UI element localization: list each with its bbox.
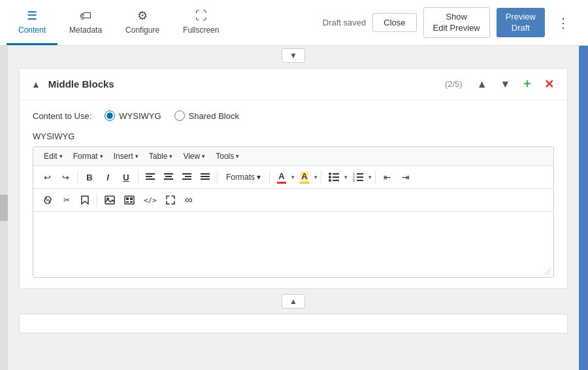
indent-decrease-button[interactable]: ⇤ [379, 169, 396, 186]
separator-4 [269, 171, 270, 184]
collapse-bottom-button[interactable]: ▲ [282, 294, 305, 309]
bookmark-button[interactable] [76, 192, 93, 209]
tools-chevron-icon: ▾ [236, 153, 239, 160]
indent-increase-button[interactable]: ⇥ [397, 169, 414, 186]
menu-format[interactable]: Format ▾ [68, 150, 108, 163]
bold-button[interactable]: B [81, 169, 98, 186]
show-edit-preview-button[interactable]: Show Edit Preview [423, 7, 490, 39]
font-color-letter: A [278, 171, 284, 181]
block-collapse-icon: ▲ [31, 79, 41, 90]
code-button[interactable]: </> [140, 192, 161, 209]
tab-content[interactable]: ☰ Content [7, 0, 57, 45]
wysiwyg-editor: Edit ▾ Format ▾ Insert ▾ Table [33, 146, 554, 278]
edit-chevron-icon: ▾ [59, 153, 63, 160]
font-highlight-button[interactable]: A [296, 169, 313, 186]
block-title: Middle Blocks [48, 78, 440, 90]
block-move-up-button[interactable]: ▲ [473, 77, 491, 92]
numbered-list-button[interactable]: 1.2.3. [349, 169, 367, 186]
sidebar-handle[interactable] [0, 195, 8, 221]
menu-tools[interactable]: Tools ▾ [210, 150, 244, 163]
menu-view-label: View [183, 152, 200, 161]
svg-rect-27 [357, 180, 363, 181]
font-color-indicator [277, 182, 286, 184]
svg-rect-34 [126, 201, 129, 203]
menu-view[interactable]: View ▾ [178, 150, 210, 163]
preview-draft-button[interactable]: Preview Draft [497, 8, 545, 38]
tab-configure[interactable]: ⚙ Configure [114, 0, 171, 45]
svg-point-16 [329, 173, 331, 175]
block-collapse-button[interactable]: ▲ [29, 78, 43, 91]
svg-rect-14 [201, 178, 210, 180]
svg-rect-6 [164, 178, 173, 180]
separator-6 [375, 171, 376, 184]
block-add-button[interactable]: + [519, 75, 535, 93]
separator-1 [77, 171, 78, 184]
svg-rect-4 [164, 173, 173, 175]
bullet-list-button[interactable] [325, 169, 343, 186]
menu-insert[interactable]: Insert ▾ [108, 150, 144, 163]
font-highlight-chevron-icon[interactable]: ▾ [314, 174, 318, 180]
expand-button[interactable] [162, 192, 179, 209]
infinity-button[interactable]: ∞ [180, 192, 197, 209]
block-move-down-button[interactable]: ▼ [496, 77, 514, 92]
insert-chevron-icon: ▾ [135, 153, 139, 160]
numbered-list-chevron-icon[interactable]: ▾ [368, 174, 372, 180]
separator-5 [321, 171, 321, 184]
draft-saved-status: Draft saved [323, 18, 366, 27]
font-color-button[interactable]: A [273, 169, 290, 186]
collapse-top-icon: ▼ [289, 51, 297, 60]
editor-menu-bar: Edit ▾ Format ▾ Insert ▾ Table [33, 147, 553, 166]
svg-rect-13 [201, 176, 210, 177]
tab-metadata-label: Metadata [69, 25, 102, 35]
radio-wysiwyg-label: WYSIWYG [119, 111, 161, 121]
collapse-bottom-icon: ▲ [289, 297, 297, 306]
menu-edit[interactable]: Edit ▾ [39, 150, 68, 163]
align-center-button[interactable] [160, 169, 177, 186]
remove-link-button[interactable]: ✂ [58, 192, 75, 209]
radio-shared-block[interactable]: Shared Block [174, 110, 239, 121]
align-justify-button[interactable] [197, 169, 214, 186]
bottom-block-container [19, 314, 568, 333]
radio-wysiwyg-input[interactable] [105, 110, 115, 121]
left-sidebar-strip [0, 46, 8, 370]
underline-button[interactable]: U [118, 169, 135, 186]
menu-table[interactable]: Table ▾ [144, 150, 178, 163]
insert-link-button[interactable] [39, 192, 57, 209]
main-content: ▼ ▲ Middle Blocks (2/5) ▲ ▼ + ✕ Content … [0, 46, 588, 370]
svg-rect-19 [333, 177, 339, 178]
font-highlight-letter: A [301, 171, 308, 181]
tag-icon: 🏷 [80, 9, 91, 23]
undo-button[interactable]: ↩ [39, 169, 56, 186]
svg-rect-8 [182, 173, 191, 175]
gear-icon: ⚙ [137, 8, 148, 23]
more-options-button[interactable]: ⋮ [551, 12, 575, 33]
font-color-chevron-icon[interactable]: ▾ [291, 174, 295, 180]
resize-handle[interactable] [544, 268, 552, 276]
block-remove-button[interactable]: ✕ [540, 76, 558, 93]
svg-rect-17 [333, 173, 339, 175]
tab-metadata[interactable]: 🏷 Metadata [57, 0, 114, 45]
collapse-top-button[interactable]: ▼ [282, 48, 305, 63]
insert-image-button[interactable] [101, 192, 119, 209]
formats-chevron-icon: ▾ [257, 173, 261, 182]
insert-media-button[interactable] [120, 192, 139, 209]
svg-rect-2 [146, 178, 155, 180]
bullet-list-chevron-icon[interactable]: ▾ [344, 174, 348, 180]
radio-shared-block-input[interactable] [174, 110, 185, 121]
formats-dropdown[interactable]: Formats ▾ [221, 171, 266, 184]
close-button[interactable]: Close [372, 13, 416, 32]
redo-button[interactable]: ↪ [57, 169, 74, 186]
svg-rect-25 [357, 177, 363, 178]
align-right-button[interactable] [178, 169, 195, 186]
nav-actions: Draft saved Close Show Edit Preview Prev… [316, 0, 581, 45]
align-left-button[interactable] [142, 169, 159, 186]
radio-wysiwyg[interactable]: WYSIWYG [105, 110, 161, 121]
tab-fullscreen[interactable]: ⛶ Fullscreen [171, 0, 231, 45]
italic-button[interactable]: I [99, 169, 116, 186]
format-chevron-icon: ▾ [100, 153, 103, 160]
table-chevron-icon: ▾ [169, 153, 172, 160]
content-icon: ☰ [27, 8, 37, 23]
separator-7 [97, 193, 97, 207]
editor-content-area[interactable] [33, 212, 553, 277]
radio-shared-block-label: Shared Block [189, 111, 239, 121]
